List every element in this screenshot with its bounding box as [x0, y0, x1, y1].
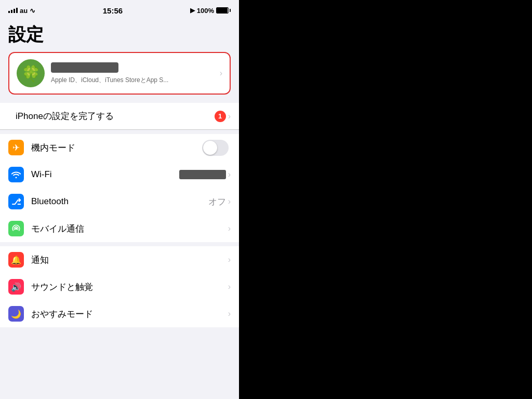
notification-icon: 🔔	[8, 252, 24, 268]
account-info: Apple ID、iCloud、iTunes StoreとApp S...	[51, 62, 216, 85]
location-icon: ▶	[190, 7, 195, 14]
bluetooth-icon: ⎇	[8, 194, 24, 209]
bluetooth-value: オフ	[208, 196, 226, 208]
account-section: 🍀 Apple ID、iCloud、iTunes StoreとApp S... …	[0, 52, 239, 99]
cellular-row[interactable]: モバイル通信 ›	[0, 215, 239, 242]
section-gap-3	[0, 242, 239, 246]
chevron-icon: ›	[220, 69, 222, 78]
section-gap-1	[0, 99, 239, 103]
complete-setup-badge: 1	[215, 111, 226, 122]
bluetooth-row[interactable]: ⎇ Bluetooth オフ ›	[0, 188, 239, 215]
sound-label: サウンドと触覚	[31, 281, 228, 293]
settings-title-bar: 設定	[0, 19, 239, 52]
signal-bar-1	[8, 11, 10, 13]
sound-icon: 🔊	[8, 279, 24, 295]
wifi-row[interactable]: Wi-Fi ›	[0, 161, 239, 188]
cellular-label: モバイル通信	[31, 223, 228, 235]
notification-label: 通知	[31, 254, 228, 266]
toggle-knob	[203, 141, 217, 155]
network-section: ✈ 機内モード Wi-Fi › ⎇ Bluetooth オフ	[0, 134, 239, 242]
wifi-label: Wi-Fi	[31, 169, 179, 180]
signal-bar-3	[14, 9, 15, 13]
complete-setup-row[interactable]: iPhoneの設定を完了する 1 ›	[0, 103, 239, 130]
wifi-icon	[8, 167, 24, 182]
chevron-icon: ›	[228, 282, 231, 291]
airplane-toggle[interactable]	[202, 140, 229, 156]
battery-indicator	[216, 7, 231, 14]
avatar: 🍀	[17, 59, 45, 87]
bluetooth-label: Bluetooth	[31, 196, 208, 207]
phone-screen: au ∿ 15:56 ▶ 100% 設定 🍀 Apple ID、iCl	[0, 0, 239, 399]
settings-section-2: 🔔 通知 › 🔊 サウンドと触覚 › 🌙 おやすみモード ›	[0, 246, 239, 327]
svg-point-0	[15, 228, 18, 230]
status-left: au ∿	[8, 7, 35, 15]
status-bar: au ∿ 15:56 ▶ 100%	[0, 0, 239, 19]
donotdisturb-icon: 🌙	[8, 306, 24, 322]
chevron-icon: ›	[228, 112, 231, 121]
wifi-value-bar	[179, 170, 226, 179]
section-gap-2	[0, 130, 239, 134]
status-right: ▶ 100%	[190, 7, 231, 15]
signal-bar-4	[16, 8, 18, 13]
signal-bar-2	[11, 10, 12, 13]
battery-fill	[217, 8, 228, 13]
donotdisturb-label: おやすみモード	[31, 308, 228, 320]
airplane-mode-row[interactable]: ✈ 機内モード	[0, 134, 239, 161]
battery-percent: 100%	[197, 7, 214, 15]
chevron-icon: ›	[228, 224, 231, 233]
battery-body	[216, 7, 229, 14]
donotdisturb-row[interactable]: 🌙 おやすみモード ›	[0, 300, 239, 327]
page-title: 設定	[8, 23, 231, 47]
wifi-icon: ∿	[30, 7, 35, 15]
airplane-label: 機内モード	[31, 142, 202, 154]
account-card[interactable]: 🍀 Apple ID、iCloud、iTunes StoreとApp S... …	[8, 52, 231, 95]
chevron-icon: ›	[228, 197, 231, 206]
chevron-icon: ›	[228, 309, 231, 318]
carrier-label: au	[20, 7, 28, 15]
notification-row[interactable]: 🔔 通知 ›	[0, 246, 239, 273]
account-name-bar	[51, 62, 118, 73]
sound-row[interactable]: 🔊 サウンドと触覚 ›	[0, 273, 239, 300]
cellular-icon	[8, 221, 24, 236]
complete-setup-label: iPhoneの設定を完了する	[16, 110, 215, 122]
chevron-icon: ›	[228, 170, 231, 179]
chevron-icon: ›	[228, 255, 231, 264]
airplane-icon: ✈	[8, 140, 24, 155]
account-subtitle: Apple ID、iCloud、iTunes StoreとApp S...	[51, 76, 216, 85]
signal-bars	[8, 8, 18, 13]
status-time: 15:56	[103, 6, 123, 15]
battery-tip	[230, 9, 231, 12]
